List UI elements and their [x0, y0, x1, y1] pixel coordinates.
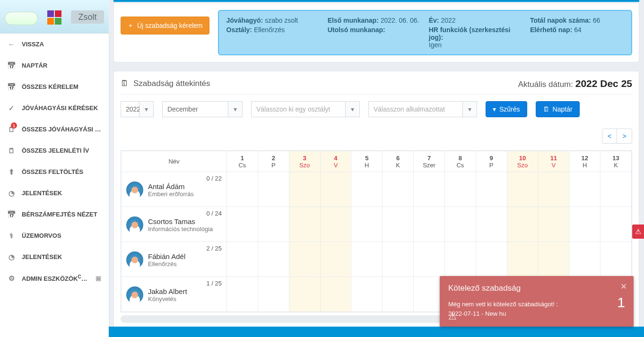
cal-icon	[8, 83, 15, 91]
cell-day[interactable]	[320, 277, 351, 312]
toast-line1: Még nem vett ki kötelező szabadságot! :	[448, 300, 625, 309]
toast-handle[interactable]	[632, 225, 644, 239]
sidebar-item-5[interactable]: ÖSSZES FELTÖLTÉS	[0, 161, 109, 182]
info-box: Jóváhagyó: szabo zsolt Első munkanap: 20…	[218, 10, 632, 55]
sidebar-item-0[interactable]: NAPTÁR	[0, 55, 109, 76]
cell-day[interactable]	[351, 277, 383, 312]
info-dept-label: Osztály:	[226, 26, 252, 34]
sidebar-item-6[interactable]: JELENTÉSEK	[0, 182, 109, 204]
cell-day[interactable]	[289, 207, 320, 242]
cell-day[interactable]	[538, 242, 569, 277]
cell-day[interactable]	[383, 242, 414, 277]
sidebar-item-label: ADMIN ESZKÖZÖKCENTER	[22, 274, 89, 282]
cell-day[interactable]	[289, 172, 320, 207]
sidebar-back-label: VISSZA	[22, 41, 101, 48]
chevron-down-icon[interactable]: ▾	[346, 101, 360, 117]
app-squares-icon[interactable]	[47, 10, 61, 25]
col-day: 4V	[320, 151, 351, 172]
cell-day[interactable]	[569, 242, 600, 277]
sidebar-item-1[interactable]: ÖSSZES KÉRELEM	[0, 76, 109, 97]
cell-day[interactable]	[383, 207, 414, 242]
cell-day[interactable]	[507, 207, 538, 242]
cell-day[interactable]	[600, 207, 632, 242]
cell-day[interactable]	[600, 242, 632, 277]
table-row: 0 / 24Csortos TamasInformációs technológ…	[122, 207, 632, 242]
employee-select[interactable]: Válasszon alkalmazottat▾	[368, 101, 477, 117]
new-request-button[interactable]: Új szabadság kérelem	[121, 17, 209, 35]
cell-day[interactable]	[320, 207, 351, 242]
cell-day[interactable]	[227, 277, 258, 312]
cell-day[interactable]	[444, 242, 476, 277]
sidebar-item-label: ÜZEMORVOS	[22, 232, 101, 239]
sidebar-item-2[interactable]: JÓVÁHAGYÁSI KÉRÉSEK	[0, 97, 109, 119]
cell-day[interactable]	[476, 242, 507, 277]
info-avail-label: Elérhető nap:	[530, 26, 572, 34]
month-select[interactable]: December▾	[162, 101, 243, 117]
cell-day[interactable]	[351, 172, 383, 207]
cell-day[interactable]	[569, 172, 600, 207]
cell-day[interactable]	[258, 242, 289, 277]
cell-day[interactable]	[258, 277, 289, 312]
cell-day[interactable]	[414, 242, 445, 277]
cell-day[interactable]	[538, 172, 569, 207]
cell-day[interactable]	[538, 207, 569, 242]
chevron-down-icon[interactable]: ▾	[463, 101, 477, 117]
sidebar-item-9[interactable]: JELENTÉSEK	[0, 246, 109, 268]
sidebar-item-8[interactable]: ÜZEMORVOS	[0, 225, 109, 246]
cell-day[interactable]	[414, 172, 445, 207]
cell-day[interactable]	[383, 277, 414, 312]
cell-day[interactable]	[444, 172, 476, 207]
badge-count: 1	[11, 122, 17, 129]
pager-prev[interactable]: <	[602, 129, 617, 144]
cell-day[interactable]	[320, 242, 351, 277]
back-icon	[8, 40, 15, 48]
col-day: 13K	[600, 151, 632, 172]
cell-day[interactable]	[289, 242, 320, 277]
cell-day[interactable]	[227, 242, 258, 277]
sidebar-back[interactable]: VISSZA	[0, 34, 109, 55]
cell-day[interactable]	[600, 172, 632, 207]
cell-day[interactable]	[507, 242, 538, 277]
employee-select-placeholder: Válasszon alkalmazottat	[368, 101, 463, 117]
cell-day[interactable]	[227, 172, 258, 207]
sidebar-item-3[interactable]: 1ÖSSZES JÓVÁHAGYÁSI KÉRÉS	[0, 119, 109, 140]
cell-day[interactable]	[507, 172, 538, 207]
expand-icon[interactable]	[96, 275, 101, 282]
up-icon	[8, 168, 15, 176]
filter-button[interactable]: Szűrés	[486, 101, 527, 117]
pager-next[interactable]: >	[617, 129, 632, 144]
info-total-label: Totál napok száma:	[530, 17, 591, 24]
sidebar-item-10[interactable]: ADMIN ESZKÖZÖKCENTER	[0, 268, 109, 289]
cell-day[interactable]	[258, 207, 289, 242]
employee-dept: Ellenőrzés	[148, 260, 185, 268]
year-select[interactable]: 2022▾	[121, 101, 154, 117]
cell-day[interactable]	[476, 207, 507, 242]
user-chip[interactable]: Zsolt	[71, 10, 104, 24]
overview-date-label: Aktuális dátum:	[518, 80, 573, 89]
cell-day[interactable]	[414, 207, 445, 242]
pie-icon	[8, 189, 15, 198]
check-icon	[8, 104, 15, 112]
dept-select[interactable]: Válasszon ki egy osztályt▾	[251, 101, 360, 117]
cell-day[interactable]	[351, 207, 383, 242]
info-year-label: Év:	[429, 17, 439, 24]
cell-day[interactable]	[569, 207, 600, 242]
cell-day[interactable]	[258, 172, 289, 207]
calendar-icon	[543, 105, 549, 113]
cell-day[interactable]	[289, 277, 320, 312]
cell-day[interactable]	[351, 242, 383, 277]
sidebar-item-7[interactable]: BÉRSZÁMFEJTÉS NÉZET	[0, 204, 109, 225]
cell-day[interactable]	[227, 207, 258, 242]
overview-title: Szabadság áttekintés	[121, 79, 210, 88]
info-year-value: 2022	[441, 17, 455, 24]
calendar-button[interactable]: Naptár	[536, 101, 580, 117]
chevron-down-icon[interactable]: ▾	[139, 101, 154, 117]
cell-day[interactable]	[476, 172, 507, 207]
cell-day[interactable]	[444, 207, 476, 242]
chevron-down-icon[interactable]: ▾	[228, 101, 243, 117]
cell-day[interactable]	[383, 172, 414, 207]
ratio: 0 / 24	[206, 210, 222, 217]
sidebar-item-4[interactable]: ÖSSZES JELENLÉTI ÍV	[0, 140, 109, 161]
cell-day[interactable]	[320, 172, 351, 207]
sidebar-item-label: JÓVÁHAGYÁSI KÉRÉSEK	[22, 104, 101, 112]
